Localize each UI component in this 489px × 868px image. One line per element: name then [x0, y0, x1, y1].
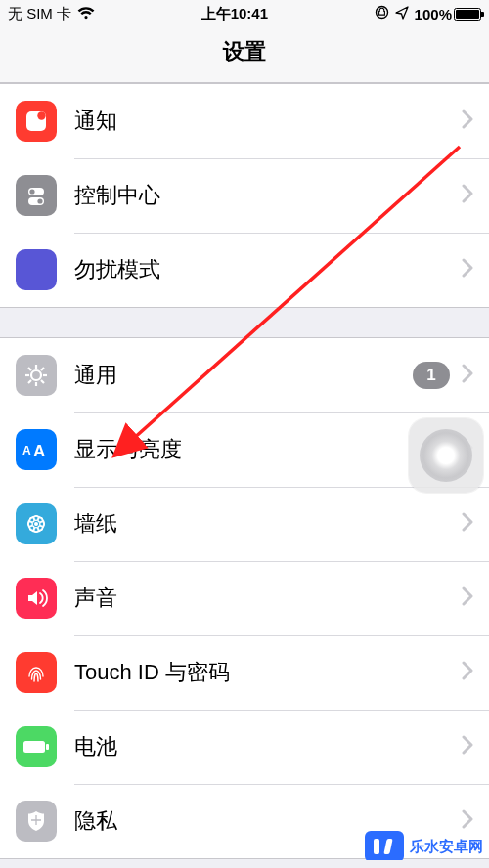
settings-group-1: 通知 控制中心 勿扰模式	[0, 83, 489, 308]
row-label: 通知	[74, 107, 462, 136]
svg-rect-29	[46, 744, 49, 750]
touchid-icon	[16, 652, 57, 693]
watermark-logo-icon	[365, 831, 404, 862]
row-label: 墙纸	[74, 509, 462, 539]
row-sounds[interactable]: 声音	[0, 561, 489, 635]
general-icon	[16, 355, 57, 396]
row-label: 声音	[74, 584, 462, 613]
watermark: 乐水安卓网	[365, 831, 483, 862]
svg-line-12	[28, 368, 31, 370]
location-icon	[395, 6, 409, 22]
battery-indicator: 100%	[415, 6, 481, 22]
battery-percent: 100%	[415, 6, 452, 22]
bottom-edge	[0, 860, 489, 868]
svg-point-25	[38, 526, 43, 531]
row-notifications[interactable]: 通知	[0, 84, 489, 158]
settings-group-2: 通用 1 AA 显示与亮度 墙纸 声音 T	[0, 337, 489, 859]
svg-text:A: A	[22, 444, 31, 457]
chevron-right-icon	[462, 586, 473, 610]
svg-point-4	[29, 189, 34, 194]
row-dnd[interactable]: 勿扰模式	[0, 233, 489, 307]
status-right: 100%	[375, 5, 481, 22]
svg-line-14	[41, 368, 44, 370]
display-brightness-icon: AA	[16, 429, 57, 470]
row-battery[interactable]: 电池	[0, 710, 489, 784]
row-label: 通用	[74, 361, 413, 390]
control-center-icon	[16, 175, 57, 216]
row-label: Touch ID 与密码	[74, 658, 462, 687]
svg-point-27	[30, 526, 35, 531]
chevron-right-icon	[462, 364, 473, 387]
svg-point-7	[31, 370, 41, 380]
privacy-icon	[16, 801, 57, 842]
status-left: 无 SIM 卡	[8, 5, 95, 23]
svg-point-24	[30, 518, 35, 523]
assistive-touch-icon	[420, 429, 472, 482]
svg-line-15	[28, 380, 31, 383]
row-label: 显示与亮度	[74, 435, 462, 464]
row-label: 电池	[74, 732, 462, 761]
wallpaper-icon	[16, 503, 57, 544]
chevron-right-icon	[462, 109, 473, 133]
row-control-center[interactable]: 控制中心	[0, 158, 489, 233]
chevron-right-icon	[462, 735, 473, 759]
svg-point-2	[37, 111, 45, 119]
page-title: 设置	[0, 27, 489, 83]
svg-rect-28	[23, 741, 45, 753]
svg-line-13	[41, 380, 44, 383]
row-touchid-passcode[interactable]: Touch ID 与密码	[0, 635, 489, 710]
dnd-icon	[16, 249, 57, 290]
watermark-text: 乐水安卓网	[410, 838, 483, 856]
chevron-right-icon	[462, 184, 473, 207]
badge-count: 1	[413, 362, 450, 389]
status-bar: 无 SIM 卡 上午10:41 100%	[0, 0, 489, 27]
row-label: 控制中心	[74, 181, 462, 210]
svg-point-6	[37, 198, 42, 203]
chevron-right-icon	[462, 512, 473, 536]
sounds-icon	[16, 578, 57, 619]
chevron-right-icon	[462, 258, 473, 282]
svg-text:A: A	[33, 442, 45, 459]
svg-point-19	[34, 522, 38, 526]
carrier-text: 无 SIM 卡	[8, 5, 71, 23]
row-wallpaper[interactable]: 墙纸	[0, 487, 489, 561]
battery-icon	[454, 8, 481, 21]
status-time: 上午10:41	[201, 5, 268, 23]
chevron-right-icon	[462, 661, 473, 684]
row-label: 勿扰模式	[74, 255, 462, 284]
orientation-lock-icon	[375, 5, 389, 22]
svg-point-26	[38, 518, 43, 523]
battery-icon	[16, 726, 57, 767]
notifications-icon	[16, 101, 57, 142]
row-general[interactable]: 通用 1	[0, 338, 489, 412]
wifi-icon	[77, 6, 95, 22]
assistive-touch-button[interactable]	[409, 418, 483, 493]
chevron-right-icon	[462, 809, 473, 833]
